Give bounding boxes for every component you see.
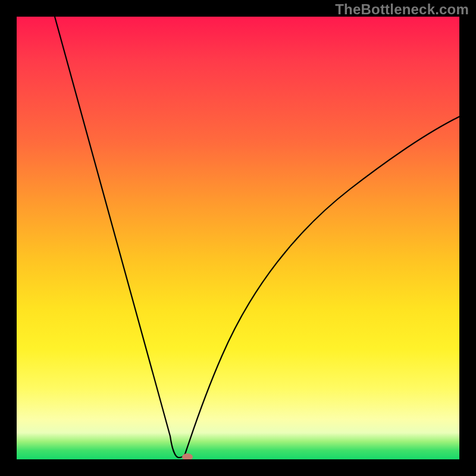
chart-frame: TheBottleneck.com <box>0 0 476 476</box>
minimum-marker <box>182 453 193 459</box>
plot-area <box>17 17 459 459</box>
bottleneck-curve <box>17 17 459 459</box>
bottleneck-curve-path <box>55 17 459 458</box>
attribution-text: TheBottleneck.com <box>335 1 469 18</box>
